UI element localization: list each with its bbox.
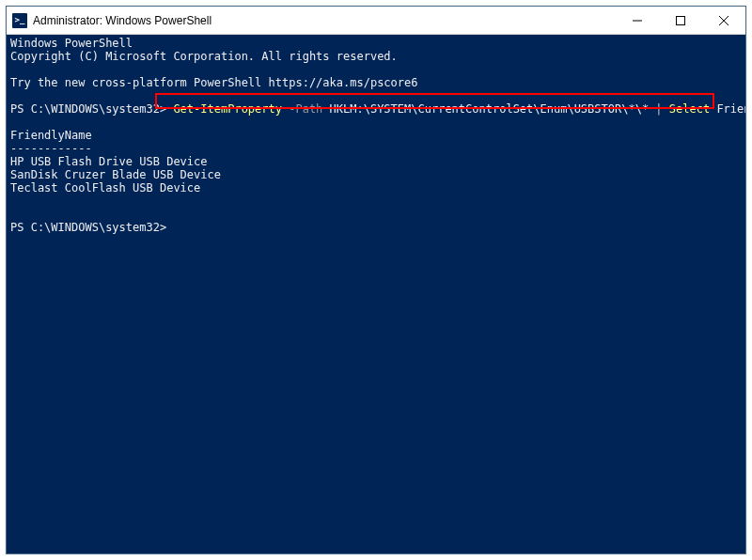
cmdlet-select: Select	[669, 102, 717, 116]
banner-line1: Windows PowerShell	[10, 37, 133, 50]
maximize-button[interactable]	[659, 7, 702, 34]
output-row: SanDisk Cruzer Blade USB Device	[10, 168, 221, 181]
minimize-button[interactable]	[616, 7, 659, 34]
terminal-body[interactable]: Windows PowerShell Copyright (C) Microso…	[7, 35, 745, 553]
param-path-name: -Path	[282, 102, 330, 116]
param-path-value: HKLM:\SYSTEM\CurrentControlSet\Enum\USBS…	[330, 102, 650, 116]
prompt-2: PS C:\WINDOWS\system32>	[10, 221, 166, 234]
select-arg: FriendlyName	[716, 102, 745, 116]
powershell-icon-glyph: >_	[15, 16, 25, 24]
window-controls	[616, 7, 745, 34]
cmdlet-get-itemproperty: Get-ItemProperty	[173, 102, 282, 116]
output-divider: ------------	[10, 142, 92, 155]
window-title: Administrator: Windows PowerShell	[33, 14, 212, 27]
output-row: HP USB Flash Drive USB Device	[10, 155, 208, 168]
close-button[interactable]	[702, 7, 745, 34]
maximize-icon	[676, 16, 685, 25]
output-row: Teclast CoolFlash USB Device	[10, 181, 200, 194]
titlebar: >_ Administrator: Windows PowerShell	[7, 7, 745, 35]
close-icon	[719, 16, 728, 25]
powershell-icon: >_	[12, 13, 27, 28]
banner-line2: Copyright (C) Microsoft Corporation. All…	[10, 50, 398, 63]
powershell-window: >_ Administrator: Windows PowerShell Win…	[6, 6, 746, 554]
output-header: FriendlyName	[10, 129, 92, 142]
pipe-operator: |	[649, 102, 669, 116]
prompt-1: PS C:\WINDOWS\system32>	[10, 102, 173, 116]
minimize-icon	[633, 16, 642, 25]
svg-rect-1	[677, 16, 685, 24]
try-pscore-line: Try the new cross-platform PowerShell ht…	[10, 76, 417, 89]
